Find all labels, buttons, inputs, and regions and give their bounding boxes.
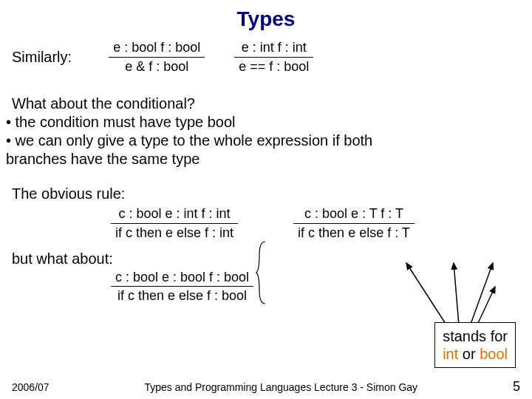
obvious-label: The obvious rule: [0,185,532,203]
bullet-branches-line2: branches have the same type [0,150,532,168]
obvious-rule-row: c : bool e : int f : int if c then e els… [0,206,532,240]
rule-if-generic-conclusion: if c then e else f : T [293,223,415,241]
rule-if-int-premises: c : bool e : int f : int [111,206,238,223]
but-rule-row: c : bool e : bool f : bool if c then e e… [0,270,532,304]
footer-lecture: Types and Programming Languages Lecture … [144,381,417,393]
rule-eq-premises: e : int f : int [234,40,313,57]
rule-and-conclusion: e & f : bool [109,57,205,75]
bullet1-text: • the condition must have type [6,114,208,130]
legend-box: stands for int or bool [434,322,516,368]
footer: 2006/07 Types and Programming Languages … [0,379,532,395]
but-about-label: but what about: [0,250,532,268]
footer-page: 5 [513,379,520,395]
legend-or: or [458,346,480,362]
rule-if-bool: c : bool e : bool f : bool if c then e e… [111,270,253,304]
rule-if-bool-premises: c : bool e : bool f : bool [111,270,253,287]
legend-line1: stands for [443,327,508,345]
rule-if-generic: c : bool e : T f : T if c then e else f … [293,206,415,240]
rule-if-int-conclusion: if c then e else f : int [111,223,238,241]
rule-eq-conclusion: e == f : bool [234,57,313,75]
bullet1-type: bool [208,114,236,130]
page-title: Types [0,0,532,37]
bullet-branches-line1: • we can only give a type to the whole e… [0,132,532,150]
rule-if-int: c : bool e : int f : int if c then e els… [111,206,238,240]
rule-and-premises: e : bool f : bool [109,40,205,57]
legend-line2: int or bool [443,345,508,363]
similarly-row: Similarly: e : bool f : bool e & f : boo… [0,37,532,80]
rule-eq: e : int f : int e == f : bool [234,40,313,74]
bullet-condition-type: • the condition must have type bool [0,113,532,132]
legend-int: int [443,346,458,362]
similarly-label: Similarly: [12,49,72,66]
legend-bool: bool [480,346,508,362]
what-about-heading: What about the conditional? [0,95,532,113]
rule-if-bool-conclusion: if c then e else f : bool [111,286,253,304]
rule-if-generic-premises: c : bool e : T f : T [293,206,415,223]
rule-and: e : bool f : bool e & f : bool [109,40,205,74]
footer-date: 2006/07 [12,381,50,393]
